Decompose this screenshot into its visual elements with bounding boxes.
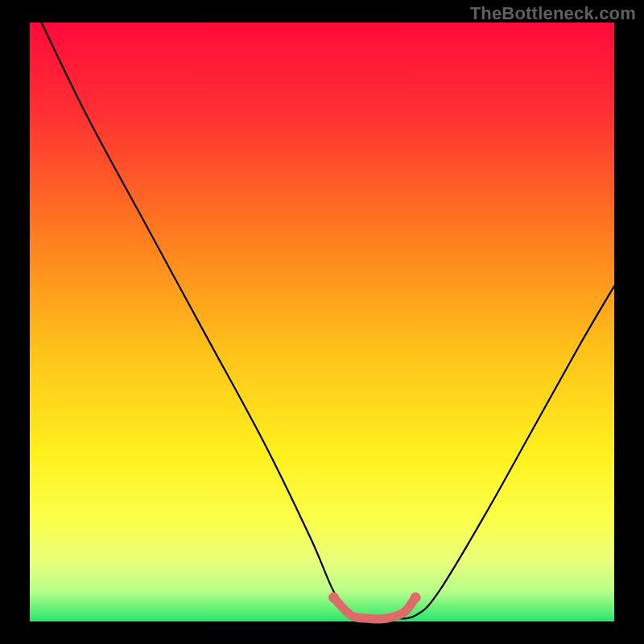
chart-frame: TheBottleneck.com — [0, 0, 644, 644]
plot-background — [30, 23, 614, 621]
attribution-label: TheBottleneck.com — [470, 3, 636, 24]
optimal-endpoint — [411, 592, 421, 603]
bottleneck-chart — [0, 0, 644, 644]
optimal-endpoint — [328, 592, 339, 603]
